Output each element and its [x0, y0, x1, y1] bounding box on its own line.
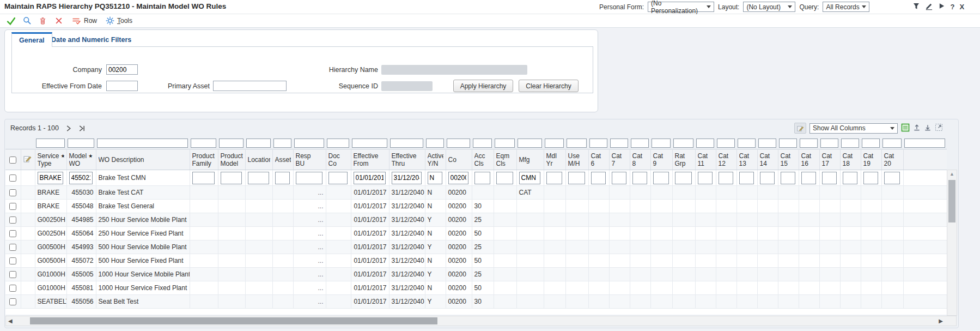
grid-cell-use_mh[interactable] — [565, 186, 588, 200]
grid-cell-cat11[interactable] — [695, 268, 716, 281]
ok-button[interactable] — [3, 15, 19, 27]
tools-menu[interactable]: Tools — [106, 16, 132, 25]
grid-cell-active_yn[interactable]: N — [425, 254, 446, 268]
grid-cell-service_type[interactable] — [35, 170, 66, 186]
grid-cell-active_yn[interactable]: N — [425, 200, 446, 213]
grid-cell-cat18[interactable] — [840, 240, 861, 254]
grid-cell-service_type[interactable]: G00500H — [35, 254, 66, 268]
grid-cell-cat9[interactable] — [650, 186, 672, 200]
grid-cell-cat8[interactable] — [630, 268, 650, 281]
grid-cell-use_mh[interactable] — [565, 240, 588, 254]
filter-input-model_wo[interactable] — [68, 139, 94, 148]
grid-cell-asset[interactable] — [272, 200, 293, 213]
cell-input-effective_from[interactable] — [354, 172, 386, 184]
grid-cell-cat12[interactable] — [716, 281, 736, 295]
grid-cell-effective_thru[interactable]: 31/12/2040 — [389, 186, 425, 200]
help-icon[interactable]: ? — [950, 3, 954, 10]
column-header-model_wo[interactable]: Model★WO — [66, 149, 96, 170]
grid-cell-cat6[interactable] — [588, 170, 609, 186]
column-header-cat19[interactable]: Cat19 — [861, 149, 881, 170]
filter-input-active_yn[interactable] — [426, 139, 444, 148]
grid-cell-eqm_cls[interactable] — [494, 213, 516, 227]
row-checkbox[interactable] — [9, 298, 16, 305]
grid-cell-doc_co[interactable] — [326, 254, 351, 268]
filter-input-use_mh[interactable] — [567, 139, 587, 148]
grid-cell-model_wo[interactable]: 455048 — [66, 200, 96, 213]
visual-assist-ellipsis[interactable]: ... — [318, 230, 323, 237]
grid-cell-effective_thru[interactable]: 31/12/2040 — [389, 254, 425, 268]
last-page-button[interactable] — [78, 125, 86, 132]
grid-cell-acc_cls[interactable] — [472, 186, 494, 200]
grid-cell-cat16[interactable] — [799, 213, 819, 227]
filter-input-product_family[interactable] — [191, 139, 216, 148]
grid-cell-cat14[interactable] — [757, 186, 778, 200]
grid-cell-product_model[interactable] — [218, 240, 245, 254]
grid-cell-cat18[interactable] — [840, 268, 861, 281]
grid-cell-rat_grp[interactable] — [672, 186, 695, 200]
grid-cell-active_yn[interactable] — [425, 170, 446, 186]
grid-cell-asset[interactable] — [272, 268, 293, 281]
scroll-right-icon[interactable]: ▶ — [939, 318, 943, 324]
grid-cell-doc_co[interactable] — [326, 213, 351, 227]
grid-cell-cat13[interactable] — [736, 227, 757, 240]
grid-cell-cat8[interactable] — [630, 254, 650, 268]
grid-cell-cat19[interactable] — [861, 281, 881, 295]
grid-cell-eqm_cls[interactable] — [494, 200, 516, 213]
grid-cell-eqm_cls[interactable] — [494, 186, 516, 200]
grid-cell-co[interactable]: 00200 — [446, 186, 472, 200]
grid-cell-rat_grp[interactable] — [672, 268, 695, 281]
grid-cell-filler[interactable] — [903, 170, 947, 186]
row-select-cell[interactable] — [5, 170, 21, 186]
grid-cell-location[interactable] — [245, 213, 272, 227]
grid-cell-model_wo[interactable]: 455072 — [66, 254, 96, 268]
select-all-header[interactable] — [5, 149, 21, 170]
grid-cell-cat9[interactable] — [650, 268, 672, 281]
grid-cell-cat14[interactable] — [757, 227, 778, 240]
cell-input-product_model[interactable] — [221, 172, 242, 184]
row-select-cell[interactable] — [5, 268, 21, 281]
grid-cell-cat6[interactable] — [588, 240, 609, 254]
grid-cell-acc_cls[interactable]: 25 — [472, 240, 494, 254]
filter-input-cat11[interactable] — [696, 139, 714, 148]
grid-cell-use_mh[interactable] — [565, 200, 588, 213]
cell-input-cat14[interactable] — [760, 172, 775, 184]
grid-cell-cat8[interactable] — [630, 227, 650, 240]
filter-input-filler[interactable] — [904, 139, 945, 148]
grid-cell-product_model[interactable] — [218, 170, 245, 186]
grid-cell-cat8[interactable] — [630, 281, 650, 295]
grid-cell-acc_cls[interactable]: 50 — [472, 281, 494, 295]
column-header-cat7[interactable]: Cat7 — [609, 149, 630, 170]
grid-cell-filler[interactable] — [903, 227, 947, 240]
tab-general[interactable]: General — [11, 32, 52, 47]
grid-cell-cat7[interactable] — [609, 254, 630, 268]
row-checkbox[interactable] — [9, 174, 16, 182]
grid-cell-co[interactable]: 00200 — [446, 240, 472, 254]
close-icon[interactable]: X — [959, 3, 964, 10]
grid-cell-asset[interactable] — [272, 227, 293, 240]
grid-cell-acc_cls[interactable]: 30 — [472, 200, 494, 213]
grid-cell-cat13[interactable] — [736, 186, 757, 200]
grid-cell-mfg[interactable] — [516, 268, 544, 281]
grid-cell-resp_bu[interactable]: ... — [293, 268, 326, 281]
grid-cell-filler[interactable] — [903, 213, 947, 227]
grid-cell-effective_from[interactable]: 01/01/2017 — [351, 200, 389, 213]
filter-input-mfg[interactable] — [518, 139, 542, 148]
grid-cell-location[interactable] — [245, 227, 272, 240]
grid-cell-cat7[interactable] — [609, 268, 630, 281]
cell-input-asset[interactable] — [275, 172, 290, 184]
grid-cell-co[interactable]: 00200 — [446, 200, 472, 213]
grid-cell-cat14[interactable] — [757, 295, 778, 309]
grid-cell-asset[interactable] — [272, 281, 293, 295]
grid-cell-product_model[interactable] — [218, 281, 245, 295]
grid-cell-eqm_cls[interactable] — [494, 240, 516, 254]
grid-cell-location[interactable] — [245, 295, 272, 309]
grid-cell-cat19[interactable] — [861, 186, 881, 200]
grid-cell-active_yn[interactable]: Y — [425, 213, 446, 227]
grid-cell-cat16[interactable] — [799, 268, 819, 281]
grid-cell-cat14[interactable] — [757, 268, 778, 281]
column-header-cat16[interactable]: Cat16 — [799, 149, 819, 170]
next-page-button[interactable] — [65, 125, 72, 132]
grid-cell-model_wo[interactable]: 455064 — [66, 227, 96, 240]
grid-cell-cat8[interactable] — [630, 240, 650, 254]
grid-cell-cat16[interactable] — [799, 281, 819, 295]
